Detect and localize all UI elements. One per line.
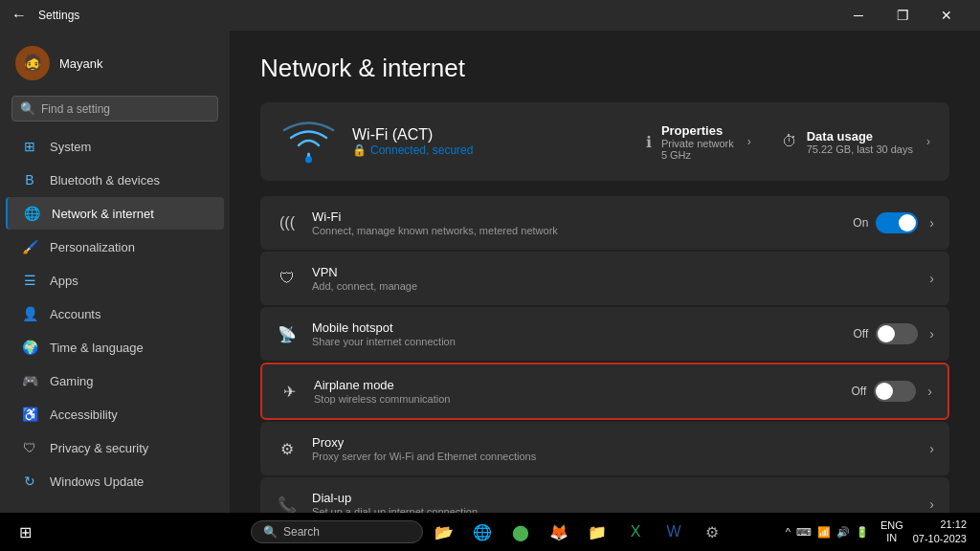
- sidebar-search-box[interactable]: 🔍: [11, 96, 218, 121]
- setting-item-hotspot[interactable]: 📡Mobile hotspotShare your internet conne…: [260, 307, 949, 361]
- minimize-button[interactable]: ─: [836, 0, 880, 31]
- vpn-chevron: ›: [929, 271, 934, 286]
- hotspot-desc: Share your internet connection: [312, 336, 840, 347]
- sidebar: 🧔 Mayank 🔍 ⊞SystemBBluetooth & devices🌐N…: [0, 31, 230, 513]
- wifi-toggle[interactable]: [876, 212, 918, 233]
- properties-sub: Private network5 GHz: [661, 138, 734, 161]
- apps-icon: ☰: [21, 272, 38, 289]
- data-usage-label: Data usage: [807, 129, 913, 143]
- airplane-setting-icon: ✈: [278, 380, 301, 403]
- hotspot-setting-icon: 📡: [276, 322, 299, 345]
- taskbar-search[interactable]: 🔍 Search: [251, 520, 423, 543]
- sidebar-item-system[interactable]: ⊞System: [6, 130, 224, 163]
- avatar: 🧔: [15, 46, 50, 80]
- taskbar-chrome-icon[interactable]: ⬤: [503, 515, 538, 549]
- sidebar-item-label-system: System: [50, 140, 91, 154]
- wifi-text: Wi-FiConnect, manage known networks, met…: [312, 209, 839, 236]
- gaming-icon: 🎮: [21, 372, 38, 389]
- properties-label: Properties: [661, 123, 734, 138]
- search-icon: 🔍: [20, 101, 35, 116]
- taskbar: ⊞ 🔍 Search 📂 🌐 ⬤ 🦊 📁 X W ⚙ ^ ⌨ 📶 🔊 🔋 ENG…: [0, 513, 980, 551]
- setting-item-wifi[interactable]: (((Wi-FiConnect, manage known networks, …: [260, 196, 949, 250]
- clock-icon: ⏱: [782, 133, 797, 150]
- back-button[interactable]: ←: [11, 7, 27, 24]
- bluetooth-icon: B: [21, 171, 38, 188]
- hotspot-toggle[interactable]: [876, 323, 918, 344]
- properties-chevron: ›: [747, 135, 751, 148]
- airplane-desc: Stop wireless communication: [314, 393, 838, 405]
- sidebar-item-personalization[interactable]: 🖌️Personalization: [6, 231, 224, 263]
- setting-item-vpn[interactable]: 🛡VPNAdd, connect, manage›: [260, 252, 949, 305]
- setting-item-proxy[interactable]: ⚙ProxyProxy server for Wi-Fi and Etherne…: [260, 422, 949, 475]
- wifi-large-icon: [279, 118, 337, 165]
- sidebar-search-input[interactable]: [41, 102, 210, 116]
- sidebar-item-network[interactable]: 🌐Network & internet: [6, 197, 224, 230]
- taskbar-word-icon[interactable]: W: [657, 515, 691, 549]
- taskbar-excel-icon[interactable]: X: [618, 515, 653, 549]
- taskbar-explorer-icon[interactable]: 📂: [427, 515, 461, 549]
- proxy-chevron: ›: [929, 441, 934, 456]
- taskbar-settings-icon[interactable]: ⚙: [695, 515, 729, 549]
- setting-item-airplane[interactable]: ✈Airplane modeStop wireless communicatio…: [260, 363, 949, 420]
- battery-icon: 🔋: [856, 526, 869, 539]
- dialup-setting-icon: 📞: [276, 493, 299, 513]
- taskbar-clock[interactable]: 21:12 07-10-2023: [907, 516, 972, 549]
- sidebar-item-bluetooth[interactable]: BBluetooth & devices: [6, 164, 224, 196]
- sidebar-item-label-gaming: Gaming: [50, 374, 94, 388]
- sidebar-item-label-winupdate: Windows Update: [50, 474, 144, 489]
- sidebar-item-privacy[interactable]: 🛡Privacy & security: [6, 431, 224, 464]
- sidebar-item-apps[interactable]: ☰Apps: [6, 264, 224, 297]
- search-icon: 🔍: [263, 525, 278, 539]
- titlebar-controls: ─ ❐ ✕: [836, 0, 969, 31]
- hotspot-toggle-label: Off: [854, 327, 869, 341]
- keyboard-icon: ⌨: [796, 526, 812, 539]
- sidebar-item-accessibility[interactable]: ♿Accessibility: [6, 398, 224, 430]
- dialup-text: Dial-upSet up a dial-up internet connect…: [312, 491, 912, 513]
- airplane-text: Airplane modeStop wireless communication: [314, 378, 838, 405]
- sidebar-item-winupdate[interactable]: ↻Windows Update: [6, 465, 224, 497]
- titlebar: ← Settings ─ ❐ ✕: [0, 0, 980, 31]
- dialup-desc: Set up a dial-up internet connection: [312, 506, 912, 513]
- wifi-right: On›: [853, 212, 934, 233]
- wifi-properties-group: ℹ Properties Private network5 GHz › ⏱ Da…: [646, 123, 930, 161]
- airplane-toggle[interactable]: [874, 381, 916, 402]
- info-icon: ℹ: [646, 133, 652, 151]
- wifi-info: Wi-Fi (ACT) 🔒 Connected, secured: [352, 126, 631, 157]
- close-button[interactable]: ✕: [924, 0, 969, 31]
- airplane-chevron: ›: [927, 384, 932, 399]
- sidebar-item-gaming[interactable]: 🎮Gaming: [6, 364, 224, 397]
- data-usage-link[interactable]: ⏱ Data usage 75.22 GB, last 30 days ›: [782, 123, 930, 161]
- dialup-chevron: ›: [929, 496, 934, 512]
- taskbar-right: ^ ⌨ 📶 🔊 🔋 ENG IN 21:12 07-10-2023: [778, 516, 972, 549]
- sidebar-item-label-network: Network & internet: [52, 207, 154, 221]
- nav-items: ⊞SystemBBluetooth & devices🌐Network & in…: [0, 129, 230, 498]
- taskbar-firefox-icon[interactable]: 🦊: [542, 515, 576, 549]
- proxy-title: Proxy: [312, 435, 912, 450]
- system-tray[interactable]: ^ ⌨ 📶 🔊 🔋: [778, 522, 877, 542]
- taskbar-edge-icon[interactable]: 🌐: [465, 515, 500, 549]
- taskbar-folder-icon[interactable]: 📁: [580, 515, 614, 549]
- sidebar-item-accounts[interactable]: 👤Accounts: [6, 298, 224, 330]
- airplane-right: Off›: [852, 381, 932, 402]
- user-section[interactable]: 🧔 Mayank: [0, 38, 230, 92]
- titlebar-left: ← Settings: [11, 7, 79, 24]
- sidebar-item-label-personalization: Personalization: [50, 240, 135, 254]
- wifi-toggle-label: On: [853, 216, 868, 230]
- airplane-toggle-label: Off: [852, 385, 867, 398]
- airplane-title: Airplane mode: [314, 378, 838, 392]
- sidebar-item-label-apps: Apps: [50, 274, 78, 288]
- dialup-right: ›: [925, 496, 934, 512]
- wifi-properties-link[interactable]: ℹ Properties Private network5 GHz ›: [646, 123, 751, 161]
- volume-icon: 🔊: [836, 526, 850, 539]
- setting-item-dialup[interactable]: 📞Dial-upSet up a dial-up internet connec…: [260, 477, 949, 513]
- wifi-ssid: Wi-Fi (ACT): [352, 126, 631, 143]
- language-badge[interactable]: ENG IN: [880, 519, 903, 544]
- maximize-button[interactable]: ❐: [880, 0, 924, 31]
- sidebar-item-label-accounts: Accounts: [50, 307, 100, 321]
- sidebar-item-label-privacy: Privacy & security: [50, 441, 148, 455]
- page-title: Network & internet: [260, 54, 949, 83]
- wifi-banner[interactable]: Wi-Fi (ACT) 🔒 Connected, secured ℹ Prope…: [260, 102, 949, 181]
- hotspot-title: Mobile hotspot: [312, 320, 840, 335]
- start-button[interactable]: ⊞: [8, 515, 42, 549]
- sidebar-item-time[interactable]: 🌍Time & language: [6, 331, 224, 364]
